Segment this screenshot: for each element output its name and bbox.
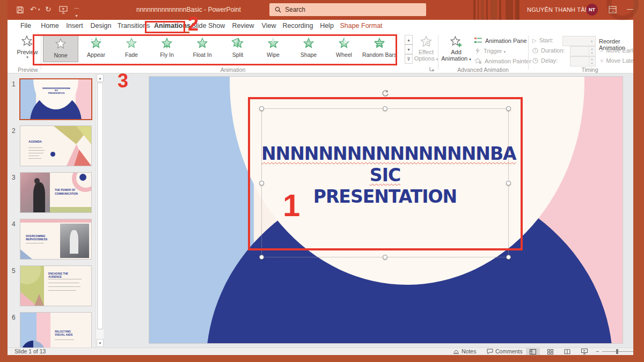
tab-recording[interactable]: Recording	[283, 22, 313, 29]
titlebar-decoration	[515, 0, 519, 20]
effect-options-label2: Options	[414, 55, 435, 62]
annotation-box-gallery	[33, 34, 397, 65]
search-icon	[275, 6, 281, 13]
tab-help[interactable]: Help	[320, 22, 334, 29]
add-animation-button[interactable]: Add Animation ▾	[441, 35, 471, 62]
undo-chevron-icon[interactable]: ▾	[38, 8, 40, 12]
rotate-handle-icon[interactable]	[381, 89, 390, 98]
zoom-slider-track[interactable]	[602, 351, 635, 352]
account-name[interactable]: NGUYỄN THANH TÂM	[527, 6, 590, 13]
thumbnail-number: 2	[12, 127, 16, 135]
animation-painter-icon	[474, 57, 482, 64]
gallery-scroll-up[interactable]: ▴	[405, 35, 413, 45]
comments-button[interactable]: Comments	[487, 348, 523, 354]
slide-sorter-view-button[interactable]	[543, 348, 557, 355]
animation-painter-button[interactable]: Animation Painter	[474, 57, 531, 64]
duration-label: Duration:	[532, 47, 565, 54]
redo-icon[interactable]: ↻	[45, 5, 52, 13]
timing-group-label: Timing	[581, 67, 598, 73]
document-title: nnnnnnnnnnnnnnBasic - PowerPoint	[136, 6, 241, 13]
slide-thumbnail-2[interactable]: AGENDA	[20, 126, 91, 166]
search-input[interactable]: Search	[269, 3, 426, 16]
slideshow-view-icon	[581, 349, 588, 354]
normal-view-icon	[530, 349, 536, 354]
add-animation-label2: Animation	[441, 55, 467, 62]
move-later-button[interactable]: ∨ Move Later	[600, 57, 636, 64]
normal-view-button[interactable]	[526, 348, 540, 355]
customize-qat-icon[interactable]: —▾	[74, 4, 79, 20]
scrollbar-thumb[interactable]	[97, 83, 103, 329]
reading-view-icon	[564, 349, 570, 354]
annotation-number-1: 1	[283, 187, 300, 223]
scroll-down-button[interactable]: ▼	[97, 339, 104, 347]
thumbnail-scrollbar[interactable]: ▲ ▼	[96, 73, 104, 348]
titlebar-decoration	[481, 0, 484, 20]
tab-file[interactable]: File	[20, 22, 31, 29]
tab-review[interactable]: Review	[232, 22, 254, 29]
search-placeholder: Search	[285, 6, 305, 13]
thumbnail-number: 3	[12, 174, 16, 181]
move-earlier-icon: ∧	[600, 48, 604, 53]
add-animation-label: Add	[451, 49, 462, 55]
add-animation-icon	[449, 35, 463, 49]
slideshow-view-button[interactable]	[577, 348, 591, 355]
resize-handle-se[interactable]	[506, 255, 511, 260]
thumbnail-number: 5	[12, 267, 16, 275]
titlebar-decoration	[491, 0, 497, 20]
notes-icon	[453, 349, 459, 354]
tab-view[interactable]: View	[262, 22, 276, 29]
slide-thumbnail-4[interactable]: OVERCOMINGNERVOUSNESS	[20, 219, 91, 259]
animation-painter-label: Animation Painter	[485, 58, 531, 64]
titlebar-decoration	[486, 0, 488, 20]
animation-pane-label: Animation Pane	[485, 38, 527, 44]
resize-handle-sw[interactable]	[259, 255, 264, 260]
animation-pane-icon	[474, 37, 482, 44]
undo-icon[interactable]: ↶	[30, 5, 36, 13]
zoom-slider-handle[interactable]	[616, 349, 618, 354]
trigger-bolt-icon	[474, 47, 481, 54]
slide-indicator: Slide 1 of 13	[14, 348, 46, 354]
start-dropdown[interactable]: ▾	[562, 36, 596, 46]
gallery-expand[interactable]: ⊽	[405, 54, 413, 64]
slide-thumbnail-5[interactable]: ENGAGING THE AUDIENCE	[20, 266, 91, 306]
play-icon: ▷	[532, 38, 537, 43]
slide-thumbnail-6[interactable]: SELECTINGVISUAL AIDS	[20, 313, 91, 348]
trigger-label: Trigger	[484, 48, 502, 54]
preview-chevron-icon: ▾	[26, 55, 28, 60]
tab-shape-format[interactable]: Shape Format	[340, 22, 382, 29]
annotation-number-2: 2	[188, 13, 199, 35]
thumbnail-number: 6	[12, 314, 16, 321]
duration-spinner[interactable]: ▴▾	[570, 46, 596, 56]
start-slideshow-icon[interactable]	[59, 6, 68, 14]
frame-left	[0, 0, 8, 362]
slide-thumbnail-1[interactable]: NNNNNNNNNNNNNNNNBASICPRESENTATION	[20, 79, 91, 119]
frame-bottom	[0, 355, 644, 362]
animation-dialog-launcher-icon[interactable]	[429, 67, 434, 71]
delay-label: Delay:	[532, 57, 558, 64]
frame-right	[633, 0, 644, 362]
slide-thumbnail-3[interactable]: THE POWER OF COMMUNICATION	[20, 173, 91, 212]
avatar[interactable]: NT	[586, 4, 598, 16]
tab-home[interactable]: Home	[41, 22, 58, 29]
titlebar-decoration	[473, 0, 475, 20]
trigger-button[interactable]: Trigger ▾	[474, 47, 506, 54]
effect-options-button[interactable]: Effect Options ▾	[414, 35, 438, 62]
animation-group-label: Animation	[221, 67, 246, 73]
delay-spinner[interactable]: ▴▾	[570, 56, 596, 67]
gallery-scroll-down[interactable]: ▾	[405, 45, 413, 54]
scroll-up-button[interactable]: ▲	[97, 74, 104, 82]
slide-thumbnail-panel: 1 NNNNNNNNNNNNNNNNBASICPRESENTATION 2 AG…	[8, 73, 96, 348]
thumbnail-number: 4	[12, 220, 16, 228]
zoom-out-button[interactable]: −	[596, 348, 599, 354]
animation-pane-button[interactable]: Animation Pane	[474, 37, 527, 44]
notes-button[interactable]: Notes	[453, 348, 476, 354]
save-icon[interactable]	[16, 6, 24, 14]
titlebar-decoration	[506, 0, 513, 20]
tab-insert[interactable]: Insert	[66, 22, 83, 29]
tab-design[interactable]: Design	[91, 22, 112, 29]
annotation-box-animations-tab	[145, 21, 185, 33]
resize-handle-s[interactable]	[383, 255, 387, 260]
title-bar: ↶ ▾ ↻ —▾ nnnnnnnnnnnnnnBasic - PowerPoin…	[8, 0, 633, 20]
clock-icon	[532, 48, 538, 54]
reading-view-button[interactable]	[560, 348, 574, 355]
